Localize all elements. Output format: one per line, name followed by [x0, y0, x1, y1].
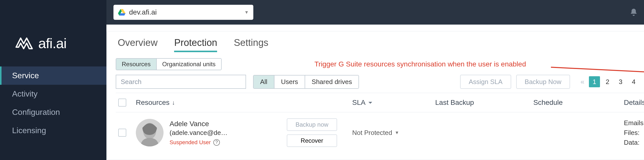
row-backup-now-button[interactable]: Backup now — [287, 118, 337, 131]
page-1[interactable]: 1 — [589, 76, 600, 87]
suspended-badge: Suspended User ? — [170, 139, 227, 146]
row-recover-button[interactable]: Recover — [287, 134, 337, 147]
sidebar-item-activity[interactable]: Activity — [0, 85, 106, 103]
content-card: Overview Protection Settings Resources O… — [106, 31, 644, 160]
user-photo — [136, 119, 164, 146]
user-name: Adele Vance — [170, 120, 227, 128]
table-header: Resources ↓ SLA ⏷ Last Backup Schedule D… — [116, 93, 644, 112]
topbar: dev.afi.ai ▼ — [106, 0, 644, 25]
annotation-label: Trigger G Suite resources synchronisatio… — [314, 60, 526, 68]
page-prev[interactable]: « — [578, 78, 587, 86]
details-cell: Emails: - Files: - Data: - — [624, 119, 644, 146]
sla-cell[interactable]: Not Protected ▼ — [352, 129, 435, 137]
suspended-label: Suspended User — [170, 139, 211, 146]
page-3[interactable]: 3 — [615, 76, 626, 87]
resource-filter: All Users Shared drives — [253, 75, 359, 89]
filter-icon: ⏷ — [368, 100, 373, 106]
sidebar: afi.ai Service Activity Configuration Li… — [0, 0, 106, 160]
column-details-label: Details — [624, 99, 644, 107]
column-last-backup[interactable]: Last Backup — [435, 99, 533, 107]
svg-line-4 — [551, 67, 644, 74]
backup-now-button[interactable]: Backup Now — [516, 75, 570, 89]
scope-toggle: Resources Organizational units — [116, 58, 222, 70]
column-schedule-label: Schedule — [533, 99, 563, 107]
sidebar-nav: Service Activity Configuration Licensing — [0, 66, 106, 140]
details-files-key: Files: — [624, 129, 644, 137]
filter-shared-drives[interactable]: Shared drives — [305, 75, 358, 88]
sla-value: Not Protected — [352, 129, 392, 137]
tab-overview[interactable]: Overview — [118, 37, 157, 52]
domain-selector[interactable]: dev.afi.ai ▼ — [113, 5, 253, 20]
domain-text: dev.afi.ai — [129, 8, 157, 16]
details-emails-key: Emails: — [624, 119, 644, 127]
chevron-down-icon: ▼ — [244, 10, 249, 15]
filter-users[interactable]: Users — [274, 75, 305, 88]
page-2[interactable]: 2 — [602, 76, 613, 87]
scope-org-units[interactable]: Organizational units — [156, 59, 221, 70]
column-sla-label: SLA — [352, 99, 366, 107]
assign-sla-button[interactable]: Assign SLA — [460, 75, 511, 89]
sidebar-item-configuration[interactable]: Configuration — [0, 103, 106, 121]
brand-name: afi.ai — [38, 35, 66, 51]
row-checkbox[interactable] — [118, 129, 126, 137]
sort-arrow-icon: ↓ — [172, 99, 175, 106]
scope-resources[interactable]: Resources — [116, 59, 156, 70]
column-sla[interactable]: SLA ⏷ — [352, 99, 435, 107]
chevron-down-icon: ▼ — [395, 130, 399, 135]
tab-settings[interactable]: Settings — [234, 37, 268, 52]
search-input[interactable] — [116, 75, 246, 89]
brand-mark-icon — [15, 36, 33, 51]
filter-all[interactable]: All — [254, 75, 274, 88]
column-schedule[interactable]: Schedule — [533, 99, 624, 107]
annotation-text: Trigger G Suite resources synchronisatio… — [314, 60, 526, 68]
select-all-checkbox[interactable] — [118, 99, 126, 107]
column-resources[interactable]: Resources ↓ — [136, 99, 287, 107]
page-next[interactable]: » — [641, 78, 644, 86]
user-email: (adele.vance@de… — [170, 129, 227, 137]
sidebar-item-service[interactable]: Service — [0, 66, 106, 85]
tab-protection[interactable]: Protection — [174, 37, 217, 52]
details-data-key: Data: — [624, 139, 644, 146]
column-last-backup-label: Last Backup — [435, 99, 474, 107]
google-drive-icon — [118, 9, 126, 16]
notifications-icon[interactable] — [629, 8, 638, 17]
pagination: « 1 2 3 4 » — [578, 76, 644, 87]
column-resources-label: Resources — [136, 99, 170, 107]
brand-logo: afi.ai — [0, 0, 106, 51]
page-4[interactable]: 4 — [628, 76, 639, 87]
tabs: Overview Protection Settings — [116, 37, 644, 52]
column-details[interactable]: Details — [624, 99, 644, 107]
sidebar-item-licensing[interactable]: Licensing — [0, 121, 106, 140]
help-icon[interactable]: ? — [213, 139, 220, 146]
table-row: Adele Vance (adele.vance@de… Suspended U… — [116, 112, 644, 150]
